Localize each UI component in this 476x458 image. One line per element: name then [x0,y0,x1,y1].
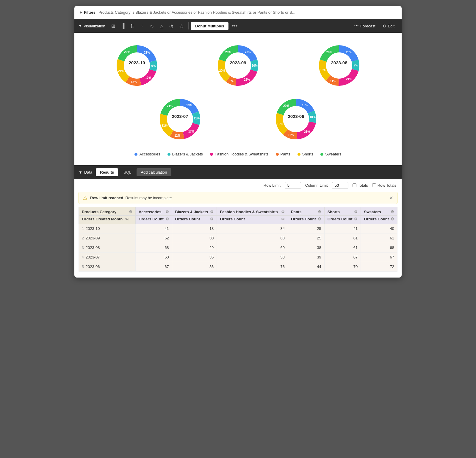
totals-checkbox-label[interactable]: Totals [353,183,368,188]
th-fashion-label: Fashion Hoodies & Sweatshirts [220,210,278,214]
th-pants-sub: Orders Count [291,217,316,221]
th-accessories-gear-icon[interactable]: ⚙ [165,210,169,214]
viz-line-icon[interactable]: ∿ [148,21,156,31]
legend-dot-sweaters [320,153,323,156]
cell-fashion-3: 69 [217,243,288,253]
th-products-sort-icon[interactable]: ⇅↓ [125,217,130,221]
th-fashion: Fashion Hoodies & Sweatshirts ⚙ Orders C… [217,207,288,224]
warning-icon: ⚠ [83,195,87,201]
th-shorts-gear-icon[interactable]: ⚙ [354,210,358,214]
filters-label[interactable]: ▶ Filters [80,10,95,15]
cell-shorts-1: 41 [324,224,361,233]
th-shorts-sub-gear-icon[interactable]: ⚙ [354,217,358,221]
viz-sort-icon[interactable]: ⇅ [128,21,137,31]
donut-2023-09: 20%10%22%8%20%20% 2023-09 [214,42,262,89]
svg-text:20%: 20% [283,104,289,108]
limits-bar: Row Limit Column Limit Totals Row Totals [74,179,402,192]
viz-more-icon[interactable]: ••• [230,23,240,29]
viz-map-icon[interactable]: ◎ [177,21,186,31]
data-arrow-icon: ▼ [79,170,82,175]
cell-sweaters-4: 67 [361,253,397,262]
cell-shorts-2: 61 [324,233,361,243]
table-row: 12023-10 41 18 34 25 41 40 [79,224,397,233]
viz-donut-multiples-button[interactable]: Donut Multiples [191,22,228,30]
viz-bar-icon[interactable]: ▐ [119,21,127,30]
viz-label[interactable]: ▼ Visualization [79,24,105,28]
col-limit-label: Column Limit [305,183,328,188]
cell-blazers-2: 30 [172,233,217,243]
th-pants-gear-icon[interactable]: ⚙ [318,210,321,214]
legend-label-accessories: Accessories [139,152,160,156]
svg-text:21%: 21% [118,69,124,73]
filters-text: Products Category is Blazers & Jackets o… [98,10,295,15]
th-blazers-sub-gear-icon[interactable]: ⚙ [210,217,214,221]
cell-accessories-1: 41 [135,224,172,233]
svg-text:8%: 8% [230,80,234,83]
th-blazers-gear-icon[interactable]: ⚙ [210,210,214,214]
th-fashion-gear-icon[interactable]: ⚙ [281,210,285,214]
th-fashion-sub-gear-icon[interactable]: ⚙ [281,217,285,221]
svg-text:11%: 11% [330,80,336,83]
th-shorts-sub: Orders Count [328,217,353,221]
legend-item-pants[interactable]: Pants [276,152,290,156]
row-limit-input[interactable] [285,182,301,189]
row-totals-label: Row Totals [378,183,396,188]
cell-fashion-1: 34 [217,224,288,233]
th-accessories: Accessories ⚙ Orders Count ⚙ [135,207,172,224]
th-accessories-sub-gear-icon[interactable]: ⚙ [165,217,169,221]
viz-scatter-icon[interactable]: ⁘ [138,21,146,31]
row-limit-label: Row Limit [264,183,281,188]
totals-checkbox[interactable] [353,183,356,187]
legend-item-accessories[interactable]: Accessories [134,152,160,156]
legend-item-sweaters[interactable]: Sweaters [320,152,341,156]
sql-tab[interactable]: SQL [119,168,135,176]
viz-table-icon[interactable]: ⊞ [109,21,118,31]
svg-text:11%: 11% [194,117,200,120]
results-tab[interactable]: Results [96,168,118,176]
th-sweaters-gear-icon[interactable]: ⚙ [391,210,394,214]
cell-sweaters-2: 61 [361,233,397,243]
cell-month-1: 12023-10 [79,224,136,233]
th-sweaters-sub: Orders Count [364,217,389,221]
svg-text:21%: 21% [346,77,352,81]
legend-item-blazers[interactable]: Blazers & Jackets [167,152,203,156]
svg-text:2023-06: 2023-06 [288,114,304,119]
svg-text:20%: 20% [124,50,130,54]
legend-item-shorts[interactable]: Shorts [298,152,314,156]
svg-text:20%: 20% [225,51,231,54]
warning-left: ⚠ Row limit reached. Results may be inco… [83,195,172,201]
svg-text:20%: 20% [346,51,352,54]
data-label[interactable]: ▼ Data [79,170,92,175]
svg-text:21%: 21% [167,105,173,108]
viz-area-icon[interactable]: △ [157,21,166,31]
cell-sweaters-3: 68 [361,243,397,253]
th-pants-sub-gear-icon[interactable]: ⚙ [318,217,321,221]
th-accessories-sub: Orders Count [139,217,164,221]
forecast-button[interactable]: 〰 Forecast [351,22,378,30]
th-blazers-label: Blazers & Jackets [175,210,208,214]
svg-text:13%: 13% [131,80,137,84]
legend-item-fashion[interactable]: Fashion Hoodies & Sweatshirts [210,152,269,156]
warning-close-icon[interactable]: ✕ [389,195,393,201]
col-limit-input[interactable] [332,182,348,189]
th-pants-label: Pants [291,210,301,214]
th-sweaters-sub-gear-icon[interactable]: ⚙ [391,217,394,221]
svg-text:9%: 9% [151,64,156,68]
cell-fashion-2: 68 [217,233,288,243]
row-totals-checkbox[interactable] [372,183,376,187]
warning-rest: Results may be incomplete [126,196,172,200]
row-totals-checkbox-label[interactable]: Row Totals [372,183,396,188]
add-calculation-button[interactable]: Add calculation [137,168,171,176]
svg-text:2023-07: 2023-07 [172,114,188,119]
svg-text:21%: 21% [304,130,310,133]
svg-text:22%: 22% [244,78,250,81]
svg-text:10%: 10% [252,64,258,67]
edit-icon: ⚙ [383,24,386,28]
th-sweaters-label: Sweaters [364,210,381,214]
th-products-gear-icon[interactable]: ⚙ [129,210,132,214]
svg-text:12%: 12% [174,134,180,137]
edit-button[interactable]: ⚙ Edit [380,22,397,30]
legend-label-sweaters: Sweaters [325,152,341,156]
viz-clock-icon[interactable]: ◔ [167,21,176,31]
viz-toolbar: ▼ Visualization ⊞ ▐ ⇅ ⁘ ∿ △ ◔ ◎ Donut Mu… [74,19,402,33]
